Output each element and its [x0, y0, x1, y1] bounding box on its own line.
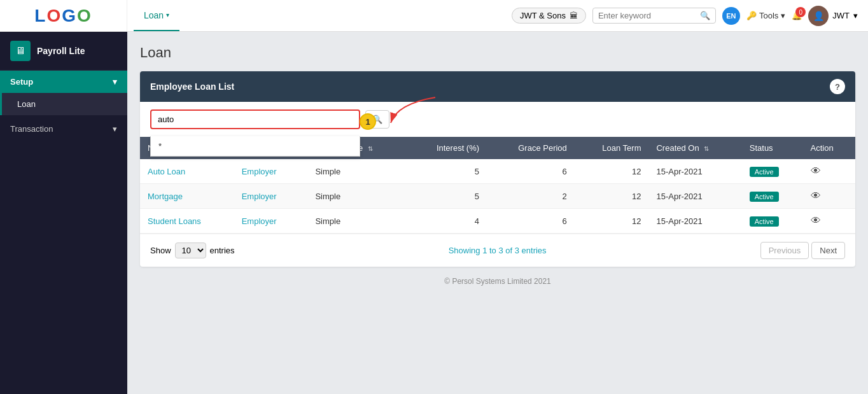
cell-grace-period: 2 — [487, 184, 575, 209]
company-selector[interactable]: JWT & Sons 🏛 — [512, 8, 586, 24]
view-icon[interactable]: 👁 — [811, 215, 821, 226]
col-grace-period: Grace Period — [487, 137, 575, 159]
search-icon: 🔍 — [700, 11, 710, 20]
search-wrapper: * — [150, 109, 360, 129]
next-button[interactable]: Next — [811, 242, 845, 259]
show-entries: Show 10 25 50 entries — [150, 243, 235, 258]
sidebar-item-loan[interactable]: Loan — [0, 93, 127, 115]
view-icon[interactable]: 👁 — [811, 190, 821, 201]
main-content: Loan Employee Loan List ? * 🔍 — [127, 32, 868, 394]
chevron-down-icon: ▾ — [781, 11, 785, 20]
cell-loan-type: Employer — [234, 159, 308, 184]
status-badge: Active — [750, 216, 779, 227]
card-header: Employee Loan List ? — [140, 71, 855, 102]
col-loan-term: Loan Term — [575, 137, 649, 159]
user-menu[interactable]: 👤 JWT ▾ — [808, 6, 858, 26]
chevron-right-icon: ▾ — [113, 124, 117, 134]
language-btn[interactable]: EN — [722, 7, 740, 25]
cell-name: Mortgage — [140, 184, 234, 209]
cell-action: 👁 — [803, 184, 855, 209]
logo-area: LOGO — [0, 0, 127, 31]
cell-created-on: 15-Apr-2021 — [648, 209, 741, 234]
cell-interest-type: Simple — [307, 184, 407, 209]
cell-interest-type: Simple — [307, 159, 407, 184]
logo: LOGO — [34, 6, 92, 26]
key-icon: 🔑 — [746, 11, 757, 20]
sidebar-app-header: 🖥 Payroll Lite — [0, 32, 127, 71]
cell-interest: 4 — [407, 209, 487, 234]
loan-search-input[interactable] — [150, 109, 360, 129]
tools-btn[interactable]: 🔑 Tools ▾ — [746, 11, 785, 20]
red-arrow-annotation — [384, 91, 461, 129]
cell-action: 👁 — [803, 209, 855, 234]
cell-status: Active — [742, 184, 803, 209]
chevron-down-icon: ▾ — [853, 11, 858, 20]
cell-loan-term: 12 — [575, 159, 649, 184]
cell-name: Auto Loan — [140, 159, 234, 184]
company-name: JWT & Sons — [520, 11, 566, 20]
nav-right: JWT & Sons 🏛 🔍 EN 🔑 Tools ▾ 🔔 0 👤 JWT ▾ — [512, 6, 868, 26]
prev-button[interactable]: Previous — [760, 242, 809, 259]
col-interest: Interest (%) — [407, 137, 487, 159]
cell-loan-term: 12 — [575, 184, 649, 209]
search-dropdown: * — [150, 136, 360, 157]
entries-info: Showing 1 to 3 of 3 entries — [449, 246, 547, 255]
cell-created-on: 15-Apr-2021 — [648, 159, 741, 184]
sort-icon: ⇅ — [368, 145, 373, 152]
loan-list-card: Employee Loan List ? * 🔍 — [140, 71, 855, 267]
cell-loan-term: 12 — [575, 209, 649, 234]
table-footer: Show 10 25 50 entries Showing 1 to 3 of … — [140, 234, 855, 267]
sidebar-section-setup[interactable]: Setup ▾ — [0, 71, 127, 93]
cell-name: Student Loans — [140, 209, 234, 234]
cell-loan-type: Employer — [234, 184, 308, 209]
view-icon[interactable]: 👁 — [811, 165, 821, 176]
notification-btn[interactable]: 🔔 0 — [792, 11, 802, 20]
cell-status: Active — [742, 159, 803, 184]
global-search-input[interactable] — [598, 11, 700, 20]
table-body: Auto Loan Employer Simple 5 6 12 15-Apr-… — [140, 159, 855, 234]
app-icon: 🖥 — [10, 41, 31, 61]
top-nav: LOGO Loan ▾ JWT & Sons 🏛 🔍 EN 🔑 Tools ▾ … — [0, 0, 868, 32]
cell-interest: 5 — [407, 184, 487, 209]
sidebar: 🖥 Payroll Lite Setup ▾ Loan Transaction … — [0, 32, 127, 394]
table-row: Mortgage Employer Simple 5 2 12 15-Apr-2… — [140, 184, 855, 209]
col-action: Action — [803, 137, 855, 159]
nav-items: Loan ▾ — [127, 0, 512, 31]
cell-grace-period: 6 — [487, 209, 575, 234]
status-badge: Active — [750, 167, 779, 177]
cell-action: 👁 — [803, 159, 855, 184]
table-row: Auto Loan Employer Simple 5 6 12 15-Apr-… — [140, 159, 855, 184]
building-icon: 🏛 — [570, 11, 578, 20]
card-header-title: Employee Loan List — [150, 81, 234, 92]
dropdown-item-all[interactable]: * — [151, 136, 360, 156]
col-created-on[interactable]: Created On ⇅ — [648, 137, 741, 159]
nav-loan[interactable]: Loan ▾ — [134, 0, 179, 31]
status-badge: Active — [750, 192, 779, 202]
cell-loan-type: Employer — [234, 209, 308, 234]
notification-badge: 0 — [795, 7, 806, 17]
table-row: Student Loans Employer Simple 4 6 12 15-… — [140, 209, 855, 234]
copyright: © Persol Systems Limited 2021 — [140, 267, 855, 296]
cell-grace-period: 6 — [487, 159, 575, 184]
entries-select[interactable]: 10 25 50 — [175, 243, 206, 258]
callout-1: 1 — [360, 113, 376, 130]
cell-interest-type: Simple — [307, 209, 407, 234]
col-status: Status — [742, 137, 803, 159]
chevron-down-icon: ▾ — [166, 11, 169, 18]
pagination: Previous Next — [760, 242, 845, 259]
cell-status: Active — [742, 209, 803, 234]
avatar: 👤 — [808, 6, 829, 26]
help-button[interactable]: ? — [830, 79, 845, 94]
sort-icon: ⇅ — [704, 145, 709, 152]
sidebar-section-transaction[interactable]: Transaction ▾ — [0, 118, 127, 140]
cell-interest: 5 — [407, 159, 487, 184]
cell-created-on: 15-Apr-2021 — [648, 184, 741, 209]
chevron-right-icon: ▾ — [113, 77, 117, 87]
app-name: Payroll Lite — [37, 46, 85, 56]
search-area: * 🔍 1 — [140, 102, 855, 137]
global-search-box: 🔍 — [592, 8, 716, 24]
page-title: Loan — [140, 45, 855, 61]
